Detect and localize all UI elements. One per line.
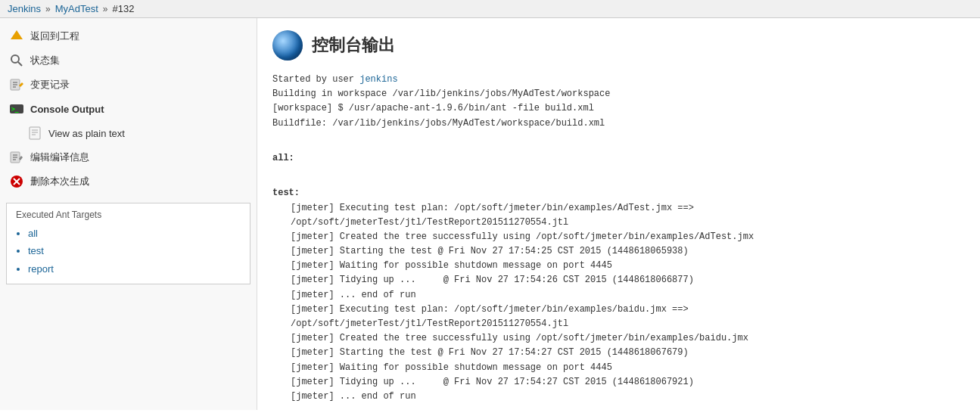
console-line-jmeter-3: [jmeter] Starting the test @ Fri Nov 27 … — [291, 244, 965, 259]
console-line-jmeter-1: [jmeter] Executing test plan: /opt/soft/… — [291, 201, 965, 230]
console-line-3: Buildfile: /var/lib/jenkins/jobs/MyAdTes… — [272, 116, 965, 131]
sidebar-item-delete-build[interactable]: 删除本次生成 — [0, 169, 257, 194]
up-arrow-icon — [9, 29, 24, 44]
breadcrumb-sep2: » — [103, 4, 108, 14]
sidebar-item-view-plain-text[interactable]: View as plain text — [0, 121, 257, 145]
console-line-user-start: Started by user jenkins — [272, 73, 965, 87]
console-line-1: Building in workspace /var/lib/jenkins/j… — [272, 87, 965, 101]
sidebar-label-delete-build: 删除本次生成 — [30, 175, 89, 188]
console-line-jmeter-7: [jmeter] Executing test plan: /opt/soft/… — [291, 303, 965, 331]
console-output-content: Started by user jenkins Building in work… — [272, 73, 965, 410]
sidebar-item-console-output[interactable]: >_ Console Output — [0, 97, 257, 121]
console-line-jmeter-2: [jmeter] Created the tree successfully u… — [291, 230, 965, 244]
console-line-jmeter-10: [jmeter] Waiting for possible shutdown m… — [291, 361, 965, 375]
sidebar-item-edit-compile-info[interactable]: 编辑编译信息 — [0, 145, 257, 169]
search-icon — [9, 53, 24, 68]
console-line-jmeter-9: [jmeter] Starting the test @ Fri Nov 27 … — [291, 346, 965, 360]
target-report[interactable]: report — [28, 260, 241, 278]
executed-targets-list: all test report — [16, 225, 241, 278]
svg-line-2 — [18, 62, 22, 66]
svg-text:>_: >_ — [11, 106, 19, 113]
breadcrumb-sep1: » — [45, 4, 51, 14]
main-content: 控制台输出 Started by user jenkins Building i… — [257, 18, 980, 410]
edit-icon — [9, 77, 24, 92]
sidebar-item-changes[interactable]: 变更记录 — [0, 73, 257, 97]
console-line-jmeter-5: [jmeter] Tidying up ... @ Fri Nov 27 17:… — [291, 273, 965, 287]
svg-rect-10 — [30, 127, 40, 139]
breadcrumb-build: #132 — [113, 3, 135, 14]
target-all[interactable]: all — [28, 225, 241, 242]
sidebar-item-status[interactable]: 状态集 — [0, 48, 257, 73]
svg-point-1 — [11, 55, 19, 63]
target-test[interactable]: test — [28, 242, 241, 259]
sidebar-item-back-to-project[interactable]: 返回到工程 — [0, 24, 257, 48]
main-layout: 返回到工程 状态集 变更记录 — [0, 18, 980, 410]
target-report-link[interactable]: report — [28, 263, 54, 275]
target-all-link[interactable]: all — [28, 228, 38, 239]
plaintext-icon — [27, 126, 42, 141]
page-title: 控制台输出 — [312, 34, 395, 57]
console-blank-1 — [272, 131, 965, 145]
user-jenkins-link[interactable]: jenkins — [359, 74, 397, 85]
sidebar-label-changes: 变更记录 — [30, 78, 70, 92]
console-line-jmeter-8: [jmeter] Created the tree successfully u… — [291, 331, 965, 346]
svg-marker-0 — [11, 30, 23, 39]
sidebar-label-status: 状态集 — [30, 54, 60, 67]
sidebar-label-edit-compile-info: 编辑编译信息 — [30, 151, 89, 164]
executed-targets-box: Executed Ant Targets all test report — [6, 203, 250, 284]
executed-targets-title: Executed Ant Targets — [16, 210, 241, 220]
target-test-link[interactable]: test — [28, 245, 44, 256]
console-blank-2 — [272, 166, 965, 180]
sidebar-label-back-to-project: 返回到工程 — [30, 30, 79, 43]
console-section-all: all: — [272, 151, 965, 166]
sidebar-label-console-output: Console Output — [30, 104, 104, 115]
console-line-jmeter-4: [jmeter] Waiting for possible shutdown m… — [291, 259, 965, 273]
console-section-test: test: — [272, 186, 965, 200]
globe-icon — [272, 30, 303, 61]
console-line-jmeter-11: [jmeter] Tidying up ... @ Fri Nov 27 17:… — [291, 375, 965, 390]
console-line-2: [workspace] $ /usr/apache-ant-1.9.6/bin/… — [272, 101, 965, 116]
console-icon: >_ — [9, 101, 24, 116]
breadcrumb-project[interactable]: MyAdTest — [55, 3, 98, 14]
sidebar-label-view-plain-text: View as plain text — [48, 128, 125, 139]
sidebar: 返回到工程 状态集 变更记录 — [0, 18, 257, 410]
console-line-jmeter-12: [jmeter] ... end of run — [291, 390, 965, 404]
console-line-jmeter-6: [jmeter] ... end of run — [291, 288, 965, 303]
page-title-area: 控制台输出 — [272, 30, 965, 61]
breadcrumb: Jenkins » MyAdTest » #132 — [0, 0, 980, 18]
breadcrumb-jenkins[interactable]: Jenkins — [8, 3, 41, 14]
console-blank-3 — [272, 404, 965, 410]
delete-icon — [9, 174, 24, 189]
compile-icon — [9, 150, 24, 165]
